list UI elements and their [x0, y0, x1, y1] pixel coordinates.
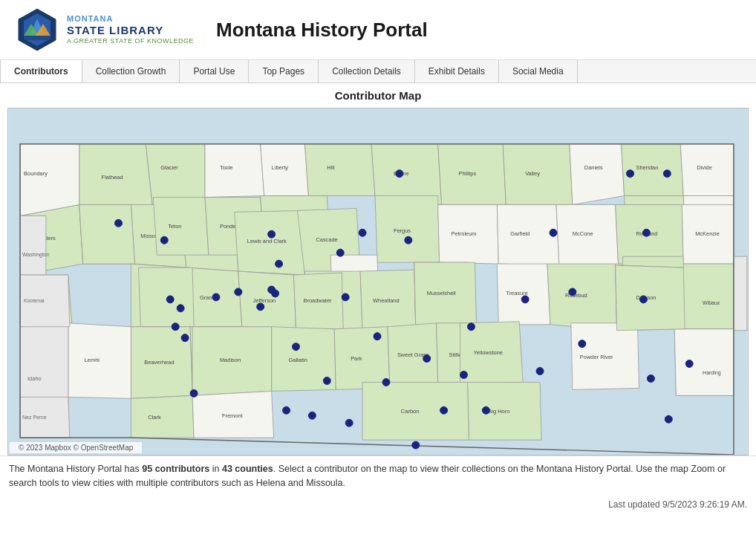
- contributor-dot[interactable]: [382, 378, 390, 386]
- tab-exhibit-details[interactable]: Exhibit Details: [415, 60, 499, 82]
- info-text-prefix: The Montana History Portal has: [9, 464, 142, 474]
- svg-text:Jefferson: Jefferson: [253, 297, 276, 304]
- svg-text:Divide: Divide: [697, 164, 712, 171]
- svg-marker-124: [674, 329, 734, 396]
- contributor-dot[interactable]: [212, 294, 220, 301]
- svg-text:Beaverhead: Beaverhead: [144, 359, 174, 366]
- svg-text:Daniels: Daniels: [584, 164, 603, 171]
- svg-text:Lewis and Clark: Lewis and Clark: [247, 238, 287, 244]
- contributor-dot[interactable]: [345, 419, 353, 427]
- nav-tabs: Contributors Collection Growth Portal Us…: [0, 60, 756, 83]
- svg-text:McKenzie: McKenzie: [695, 230, 720, 237]
- last-updated: Last updated 9/5/2023 9:26:19 AM.: [0, 496, 756, 516]
- svg-text:Wibaux: Wibaux: [703, 300, 720, 305]
- svg-marker-140: [20, 144, 79, 216]
- contributor-dot[interactable]: [440, 406, 448, 414]
- contributor-dot[interactable]: [166, 296, 174, 303]
- contributor-dot[interactable]: [569, 288, 576, 296]
- contributor-dot[interactable]: [521, 296, 529, 303]
- counties-count: 43 counties: [222, 464, 273, 474]
- svg-rect-5: [24, 36, 50, 40]
- contributor-dot[interactable]: [160, 236, 168, 244]
- contributor-dot[interactable]: [336, 249, 344, 256]
- svg-text:Nez Perce: Nez Perce: [22, 415, 47, 420]
- contributor-dot[interactable]: [550, 229, 557, 236]
- svg-text:Flathead: Flathead: [102, 174, 123, 181]
- contributor-dot[interactable]: [405, 236, 412, 244]
- contributor-dot[interactable]: [323, 377, 330, 384]
- svg-marker-128: [131, 395, 194, 438]
- contributor-dot[interactable]: [423, 355, 431, 363]
- contributor-dot[interactable]: [579, 340, 586, 348]
- contributor-dot[interactable]: [647, 374, 654, 382]
- contributor-dot[interactable]: [460, 371, 468, 378]
- contributor-dot[interactable]: [685, 360, 693, 368]
- contributor-dot[interactable]: [283, 406, 290, 414]
- contributor-dot[interactable]: [181, 334, 189, 342]
- contributor-dot[interactable]: [663, 170, 671, 178]
- tab-collection-details[interactable]: Collection Details: [319, 60, 415, 82]
- contributor-dot[interactable]: [235, 288, 242, 296]
- svg-text:Valley: Valley: [525, 170, 540, 177]
- contributors-count: 95 contributors: [142, 464, 209, 474]
- svg-text:Garfield: Garfield: [510, 230, 529, 237]
- site-title: Montana History Portal: [216, 19, 428, 42]
- contributor-dot[interactable]: [536, 368, 544, 375]
- contributor-dot[interactable]: [257, 303, 264, 311]
- contributor-dot[interactable]: [482, 406, 489, 414]
- svg-text:Carbon: Carbon: [401, 408, 419, 415]
- logo-tagline: A GREATER STATE OF KNOWLEDGE: [67, 37, 194, 45]
- map-container[interactable]: Lincoln Flathead Glacier Toole Liberty H…: [7, 108, 749, 455]
- contributor-dot[interactable]: [467, 323, 475, 331]
- contributor-dot[interactable]: [268, 230, 276, 238]
- svg-text:Cascade: Cascade: [316, 236, 337, 243]
- msl-logo-icon: [15, 7, 59, 52]
- contributor-dot[interactable]: [308, 412, 316, 419]
- contributor-dot[interactable]: [639, 296, 647, 303]
- map-title: Contributor Map: [0, 83, 756, 108]
- tab-social-media[interactable]: Social Media: [499, 60, 578, 82]
- contributor-dot[interactable]: [642, 229, 650, 236]
- svg-text:Park: Park: [351, 355, 362, 362]
- logo-area: MONTANA STATE LIBRARY A GREATER STATE OF…: [15, 7, 194, 52]
- contributor-dot[interactable]: [115, 219, 123, 227]
- svg-text:Washington: Washington: [22, 252, 50, 258]
- contributor-dot[interactable]: [396, 170, 403, 178]
- contributor-dot[interactable]: [190, 389, 198, 397]
- logo-state-library: STATE LIBRARY: [67, 24, 194, 37]
- tab-contributors[interactable]: Contributors: [0, 60, 82, 82]
- contributor-dot[interactable]: [359, 229, 366, 236]
- contributor-dot[interactable]: [374, 333, 381, 340]
- contributor-dot[interactable]: [292, 343, 299, 351]
- tab-collection-growth[interactable]: Collection Growth: [82, 60, 180, 82]
- svg-text:Lemhi: Lemhi: [85, 357, 100, 363]
- tab-portal-use[interactable]: Portal Use: [180, 60, 249, 82]
- svg-marker-41: [79, 204, 135, 264]
- logo-montana: MONTANA: [67, 14, 194, 24]
- svg-text:Broadwater: Broadwater: [303, 297, 332, 304]
- svg-text:Idaho: Idaho: [27, 375, 42, 382]
- contributor-dot[interactable]: [665, 415, 672, 423]
- logo-text: MONTANA STATE LIBRARY A GREATER STATE OF…: [67, 14, 194, 45]
- contributor-dot[interactable]: [342, 294, 349, 301]
- header: MONTANA STATE LIBRARY A GREATER STATE OF…: [0, 0, 756, 60]
- svg-text:Gallatin: Gallatin: [289, 357, 307, 363]
- svg-text:Phillips: Phillips: [459, 170, 477, 177]
- contributor-dot[interactable]: [268, 286, 276, 294]
- svg-marker-132: [68, 323, 131, 399]
- svg-marker-136: [20, 215, 46, 275]
- contributor-dot[interactable]: [172, 323, 179, 331]
- contributor-dot[interactable]: [177, 305, 184, 312]
- contributor-dot[interactable]: [627, 170, 634, 178]
- svg-text:Teton: Teton: [168, 223, 181, 230]
- map-attribution: © 2023 Mapbox © OpenStreetMap: [10, 442, 142, 453]
- svg-text:Big Horn: Big Horn: [488, 408, 509, 415]
- map-svg: Lincoln Flathead Glacier Toole Liberty H…: [8, 108, 748, 455]
- svg-text:Kootenai: Kootenai: [24, 298, 45, 303]
- tab-top-pages[interactable]: Top Pages: [249, 60, 319, 82]
- svg-marker-17: [304, 144, 375, 196]
- contributor-dot[interactable]: [412, 441, 420, 449]
- contributor-dot[interactable]: [276, 260, 283, 268]
- map-section: Contributor Map Lincoln Flathead Glacier…: [0, 83, 756, 455]
- svg-text:Fremont: Fremont: [222, 412, 244, 419]
